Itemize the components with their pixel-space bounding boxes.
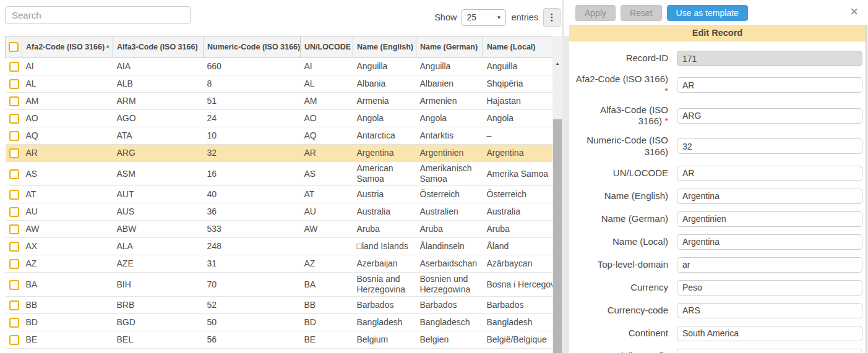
row-checkbox[interactable] (9, 224, 19, 234)
field-input-currency[interactable] (677, 280, 862, 296)
column-header-3[interactable]: UN/LOCODE (301, 36, 353, 58)
field-input-alfa3-code[interactable] (677, 108, 862, 124)
cell-numeric: 31 (204, 255, 301, 273)
field-input-un-locode[interactable] (677, 166, 862, 181)
cell-name_en: Angola (353, 110, 416, 127)
table-row[interactable]: AQATA10AQAntarcticaAntarktis– (6, 127, 553, 145)
row-checkbox[interactable] (9, 207, 19, 217)
close-icon[interactable]: × (850, 4, 858, 20)
table-row[interactable]: ARARG32ARArgentinaArgentinienArgentina (6, 145, 553, 162)
field-label-currency-code: Currency-code (575, 305, 668, 317)
cell-name_de: Argentinien (416, 145, 483, 162)
row-checkbox[interactable] (9, 62, 19, 72)
cell-alfa3: ARM (113, 93, 204, 110)
row-checkbox-cell (6, 127, 22, 145)
table-row[interactable]: ALALB8ALAlbaniaAlbanienShqipëria (6, 75, 553, 93)
row-checkbox[interactable] (9, 335, 19, 345)
row-checkbox[interactable] (9, 280, 19, 290)
cell-name_local: België/Belgique (483, 331, 553, 349)
cell-afa2: AX (22, 238, 113, 255)
row-checkbox-cell (6, 58, 22, 75)
page-size-value: 25 (466, 12, 496, 22)
form-row: Continent (575, 326, 866, 341)
select-all-header (6, 36, 22, 58)
page-size-select[interactable]: 25 ▼ (462, 9, 506, 26)
cell-name_en: Anguilla (353, 58, 416, 75)
cell-alfa3: ABW (113, 221, 204, 238)
table-row[interactable]: AWABW533AWArubaArubaAruba (6, 221, 553, 238)
apply-button[interactable]: Apply (575, 5, 616, 21)
row-checkbox[interactable] (9, 242, 19, 252)
row-checkbox[interactable] (9, 190, 19, 200)
table-row[interactable]: AOAGO24AOAngolaAngolaAngola (6, 110, 553, 127)
form-row: Currency-code (575, 303, 866, 318)
cell-numeric: 51 (204, 93, 301, 110)
table-row[interactable]: BEBEL56BEBelgiumBelgienBelgië/Belgique (6, 331, 553, 349)
table-row[interactable]: AZAZE31AZAzerbaijanAserbaidschanAzärbayc… (6, 255, 553, 273)
field-input-name-english[interactable] (677, 189, 862, 204)
countries-table: Afa2-Code (ISO 3166)▲Alfa3-Code (ISO 316… (5, 36, 553, 349)
reset-button[interactable]: Reset (621, 5, 662, 21)
form-row: Alfa3-Code (ISO 3166) * (575, 104, 866, 128)
row-checkbox[interactable] (9, 300, 19, 310)
field-label-dialing-prefix: Dialing prefix (575, 351, 668, 353)
field-input-continent[interactable] (677, 326, 862, 341)
table-row[interactable]: AMARM51AMArmeniaArmenienHajastan (6, 93, 553, 110)
cell-name_en: Austria (353, 186, 416, 203)
field-input-name-local[interactable] (677, 234, 862, 250)
table-header-row: Afa2-Code (ISO 3166)▲Alfa3-Code (ISO 316… (6, 36, 553, 58)
cell-alfa3: BRB (113, 297, 204, 314)
column-header-0[interactable]: Afa2-Code (ISO 3166)▲ (22, 36, 113, 58)
row-checkbox[interactable] (9, 96, 19, 106)
field-input-top-level-domain[interactable] (677, 257, 862, 273)
field-input-numeric-code[interactable] (677, 138, 862, 154)
table-row[interactable]: BABIH70BABosnia and HerzegovinaBosnien u… (6, 273, 553, 297)
row-checkbox[interactable] (9, 148, 19, 158)
form-row: UN/LOCODE (575, 166, 866, 181)
row-checkbox-cell (6, 162, 22, 186)
cell-unlocode: AU (301, 203, 353, 221)
field-input-currency-code[interactable] (677, 303, 862, 318)
field-input-dialing-prefix[interactable] (677, 349, 862, 353)
table-row[interactable]: BDBGD50BDBangladeshBangladeschBangladesh (6, 314, 553, 331)
column-header-4[interactable]: Name (English) (353, 36, 416, 58)
column-header-2[interactable]: Numeric-Code (ISO 3166) (204, 36, 301, 58)
scrollbar-thumb[interactable] (553, 119, 562, 353)
field-input-afa2-code[interactable] (677, 77, 862, 93)
cell-numeric: 660 (204, 58, 301, 75)
table-row[interactable]: AXALA248□land IslandsÅlandinselnÅland (6, 238, 553, 255)
table-row[interactable]: ATAUT40ATAustriaÖsterreichÖsterreich (6, 186, 553, 203)
table-row[interactable]: ASASM16ASAmerican SamoaAmerikanisch Samo… (6, 162, 553, 186)
cell-name_en: Antarctica (353, 127, 416, 145)
scroll-up-icon[interactable]: ▲ (552, 58, 562, 69)
menu-button[interactable]: ⋮ (543, 8, 561, 27)
column-header-5[interactable]: Name (German) (416, 36, 483, 58)
row-checkbox[interactable] (9, 318, 19, 328)
search-input[interactable] (5, 6, 191, 24)
cell-name_local: Österreich (483, 186, 553, 203)
table-row[interactable]: AIAIA660AIAnguillaAnguillaAnguilla (6, 58, 553, 75)
cell-name_de: Amerikanisch Samoa (416, 162, 483, 186)
table-row[interactable]: BBBRB52BBBarbadosBarbadosBarbados (6, 297, 553, 314)
cell-numeric: 40 (204, 186, 301, 203)
use-as-template-button[interactable]: Use as template (667, 5, 748, 21)
table-row[interactable]: AUAUS36AUAustraliaAustralienAustralia (6, 203, 553, 221)
form-row: Numeric-Code (ISO 3166) (575, 135, 866, 158)
row-checkbox[interactable] (9, 79, 19, 89)
select-all-checkbox[interactable] (9, 42, 19, 52)
row-checkbox[interactable] (9, 114, 19, 124)
field-input-name-german[interactable] (677, 211, 862, 227)
row-checkbox[interactable] (9, 169, 19, 179)
cell-alfa3: AUS (113, 203, 204, 221)
cell-unlocode: BB (301, 297, 353, 314)
cell-afa2: AO (22, 110, 113, 127)
row-checkbox[interactable] (9, 259, 19, 269)
row-checkbox[interactable] (9, 131, 19, 141)
cell-unlocode: BD (301, 314, 353, 331)
column-header-6[interactable]: Name (Local) (483, 36, 553, 58)
table-scrollbar[interactable]: ▲ (552, 36, 562, 353)
pane-divider-line (562, 0, 564, 36)
cell-alfa3: AIA (113, 58, 204, 75)
cell-numeric: 248 (204, 238, 301, 255)
column-header-1[interactable]: Alfa3-Code (ISO 3166) (113, 36, 204, 58)
